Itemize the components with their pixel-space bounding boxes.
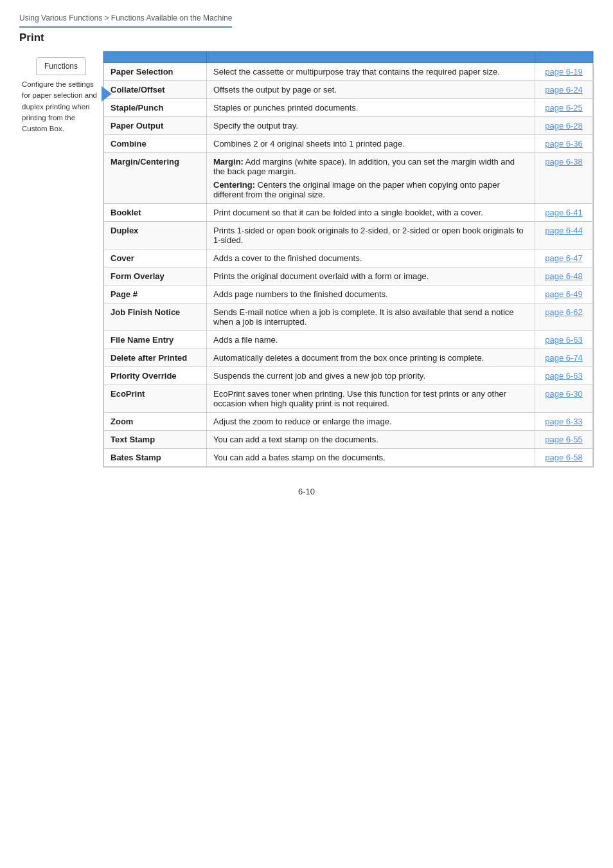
reference-page-cell[interactable]: page 6-74 <box>535 349 593 367</box>
description-cell: Automatically deletes a document from th… <box>207 349 535 367</box>
function-key-cell: Job Finish Notice <box>104 303 207 331</box>
description-cell: Adds page numbers to the finished docume… <box>207 285 535 303</box>
function-key-cell: Booklet <box>104 204 207 222</box>
reference-page-cell[interactable]: page 6-62 <box>535 303 593 331</box>
function-key-cell: Zoom <box>104 413 207 431</box>
table-row: Staple/PunchStaples or punches printed d… <box>104 99 593 117</box>
col-header-reference-page <box>535 52 593 63</box>
table-row: CombineCombines 2 or 4 original sheets i… <box>104 135 593 153</box>
page-title: Print <box>19 32 594 44</box>
function-key-cell: Duplex <box>104 222 207 249</box>
reference-link[interactable]: page 6-62 <box>545 307 583 317</box>
reference-link[interactable]: page 6-36 <box>545 139 583 149</box>
function-key-cell: Delete after Printed <box>104 349 207 367</box>
description-cell: Margin: Add margins (white space). In ad… <box>207 153 535 204</box>
reference-page-cell[interactable]: page 6-49 <box>535 285 593 303</box>
reference-link[interactable]: page 6-63 <box>545 335 583 345</box>
reference-link[interactable]: page 6-38 <box>545 157 583 167</box>
reference-page-cell[interactable]: page 6-19 <box>535 63 593 81</box>
function-key-cell: Margin/Centering <box>104 153 207 204</box>
reference-page-cell[interactable]: page 6-47 <box>535 249 593 267</box>
description-cell: Prints 1-sided or open book originals to… <box>207 222 535 249</box>
function-key-cell: Paper Selection <box>104 63 207 81</box>
breadcrumb: Using Various Functions > Functions Avai… <box>19 13 594 23</box>
col-header-description <box>207 52 535 63</box>
function-key-cell: Bates Stamp <box>104 449 207 467</box>
reference-link[interactable]: page 6-28 <box>545 121 583 131</box>
reference-page-cell[interactable]: page 6-38 <box>535 153 593 204</box>
reference-page-cell[interactable]: page 6-44 <box>535 222 593 249</box>
reference-link[interactable]: page 6-41 <box>545 208 583 217</box>
description-cell: Specify the output tray. <box>207 117 535 135</box>
function-key-cell: Collate/Offset <box>104 81 207 99</box>
table-row: ZoomAdjust the zoom to reduce or enlarge… <box>104 413 593 431</box>
function-key-cell: Page # <box>104 285 207 303</box>
function-table: Paper SelectionSelect the cassette or mu… <box>103 51 593 467</box>
reference-link[interactable]: page 6-25 <box>545 103 583 113</box>
description-cell: Adjust the zoom to reduce or enlarge the… <box>207 413 535 431</box>
reference-link[interactable]: page 6-55 <box>545 435 583 444</box>
description-cell: You can add a bates stamp on the documen… <box>207 449 535 467</box>
reference-page-cell[interactable]: page 6-63 <box>535 367 593 385</box>
reference-page-cell[interactable]: page 6-25 <box>535 99 593 117</box>
description-cell: Offsets the output by page or set. <box>207 81 535 99</box>
table-row: BookletPrint document so that it can be … <box>104 204 593 222</box>
sidebar: Functions Configure the settings for pap… <box>19 51 103 134</box>
reference-page-cell[interactable]: page 6-36 <box>535 135 593 153</box>
description-cell: Select the cassette or multipurpose tray… <box>207 63 535 81</box>
function-key-cell: Combine <box>104 135 207 153</box>
function-key-cell: File Name Entry <box>104 331 207 349</box>
reference-page-cell[interactable]: page 6-55 <box>535 431 593 449</box>
function-key-cell: Priority Override <box>104 367 207 385</box>
reference-page-cell[interactable]: page 6-48 <box>535 267 593 285</box>
table-row: Page #Adds page numbers to the finished … <box>104 285 593 303</box>
table-row: Bates StampYou can add a bates stamp on … <box>104 449 593 467</box>
table-row: Paper OutputSpecify the output tray.page… <box>104 117 593 135</box>
description-cell: Adds a cover to the finished documents. <box>207 249 535 267</box>
sidebar-description: Configure the settings for paper selecti… <box>19 79 103 134</box>
description-cell: Prints the original document overlaid wi… <box>207 267 535 285</box>
reference-page-cell[interactable]: page 6-41 <box>535 204 593 222</box>
reference-link[interactable]: page 6-63 <box>545 371 583 381</box>
reference-link[interactable]: page 6-44 <box>545 226 583 235</box>
function-key-cell: Text Stamp <box>104 431 207 449</box>
description-cell: EcoPrint saves toner when printing. Use … <box>207 385 535 413</box>
reference-link[interactable]: page 6-19 <box>545 67 583 77</box>
description-cell: Staples or punches printed documents. <box>207 99 535 117</box>
description-cell: You can add a text stamp on the document… <box>207 431 535 449</box>
page-number: 6-10 <box>19 487 594 496</box>
reference-link[interactable]: page 6-74 <box>545 353 583 363</box>
reference-link[interactable]: page 6-24 <box>545 85 583 95</box>
table-row: Priority OverrideSuspends the current jo… <box>104 367 593 385</box>
description-cell: Combines 2 or 4 original sheets into 1 p… <box>207 135 535 153</box>
reference-page-cell[interactable]: page 6-33 <box>535 413 593 431</box>
reference-page-cell[interactable]: page 6-30 <box>535 385 593 413</box>
table-row: DuplexPrints 1-sided or open book origin… <box>104 222 593 249</box>
table-row: Paper SelectionSelect the cassette or mu… <box>104 63 593 81</box>
table-row: Text StampYou can add a text stamp on th… <box>104 431 593 449</box>
functions-tab: Functions <box>36 57 86 75</box>
function-key-cell: Staple/Punch <box>104 99 207 117</box>
reference-page-cell[interactable]: page 6-58 <box>535 449 593 467</box>
table-row: Job Finish NoticeSends E-mail notice whe… <box>104 303 593 331</box>
table-row: Form OverlayPrints the original document… <box>104 267 593 285</box>
reference-page-cell[interactable]: page 6-24 <box>535 81 593 99</box>
reference-link[interactable]: page 6-47 <box>545 253 583 263</box>
table-row: File Name EntryAdds a file name.page 6-6… <box>104 331 593 349</box>
main-layout: Functions Configure the settings for pap… <box>19 51 594 467</box>
reference-link[interactable]: page 6-48 <box>545 271 583 281</box>
description-cell: Suspends the current job and gives a new… <box>207 367 535 385</box>
table-row: Margin/CenteringMargin: Add margins (whi… <box>104 153 593 204</box>
reference-page-cell[interactable]: page 6-28 <box>535 117 593 135</box>
reference-link[interactable]: page 6-58 <box>545 453 583 462</box>
table-row: Delete after PrintedAutomatically delete… <box>104 349 593 367</box>
reference-link[interactable]: page 6-33 <box>545 417 583 426</box>
reference-page-cell[interactable]: page 6-63 <box>535 331 593 349</box>
reference-link[interactable]: page 6-30 <box>545 389 583 399</box>
col-header-function-key <box>104 52 207 63</box>
reference-link[interactable]: page 6-49 <box>545 289 583 299</box>
function-key-cell: Paper Output <box>104 117 207 135</box>
table-row: Collate/OffsetOffsets the output by page… <box>104 81 593 99</box>
function-key-cell: Cover <box>104 249 207 267</box>
description-cell: Adds a file name. <box>207 331 535 349</box>
